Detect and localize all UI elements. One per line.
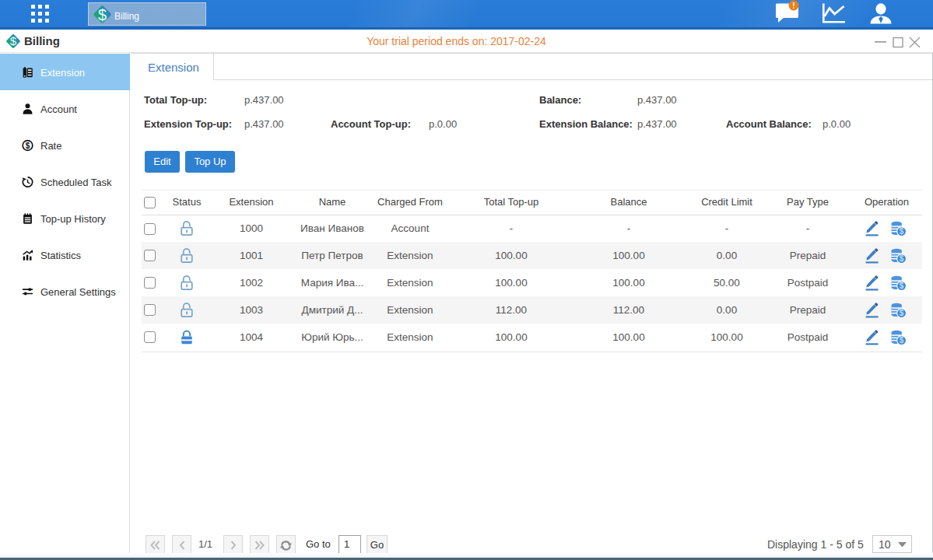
svg-text:$: $: [98, 6, 107, 23]
svg-text:!: !: [792, 2, 794, 10]
svg-text:$: $: [26, 141, 30, 149]
